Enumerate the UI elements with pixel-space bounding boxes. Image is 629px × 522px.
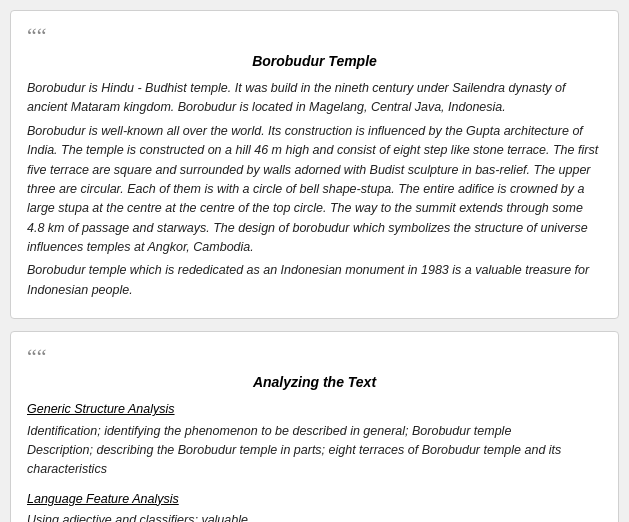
generic-structure-line-2: Description; describing the Borobudur te… bbox=[27, 441, 602, 480]
borobudur-body: Borobudur is Hindu - Budhist temple. It … bbox=[27, 79, 602, 300]
quote-mark-1: ““ bbox=[27, 25, 602, 47]
analysis-card: ““ Analyzing the Text Generic Structure … bbox=[10, 331, 619, 522]
generic-structure-section: Generic Structure Analysis Identificatio… bbox=[27, 400, 602, 480]
language-feature-heading: Language Feature Analysis bbox=[27, 490, 602, 509]
quote-mark-2: ““ bbox=[27, 346, 602, 368]
borobudur-card: ““ Borobudur Temple Borobudur is Hindu -… bbox=[10, 10, 619, 319]
borobudur-para-2: Borobudur is well-known all over the wor… bbox=[27, 122, 602, 258]
language-feature-section: Language Feature Analysis Using adjectiv… bbox=[27, 490, 602, 522]
borobudur-title: Borobudur Temple bbox=[27, 53, 602, 69]
borobudur-para-3: Borobudur temple which is rededicated as… bbox=[27, 261, 602, 300]
generic-structure-heading: Generic Structure Analysis bbox=[27, 400, 602, 419]
language-feature-line-1: Using adjective and classifiers; valuabl… bbox=[27, 511, 602, 522]
borobudur-para-1: Borobudur is Hindu - Budhist temple. It … bbox=[27, 79, 602, 118]
generic-structure-line-1: Identification; identifying the phenomen… bbox=[27, 422, 602, 441]
analysis-body: Generic Structure Analysis Identificatio… bbox=[27, 400, 602, 522]
analysis-title: Analyzing the Text bbox=[27, 374, 602, 390]
